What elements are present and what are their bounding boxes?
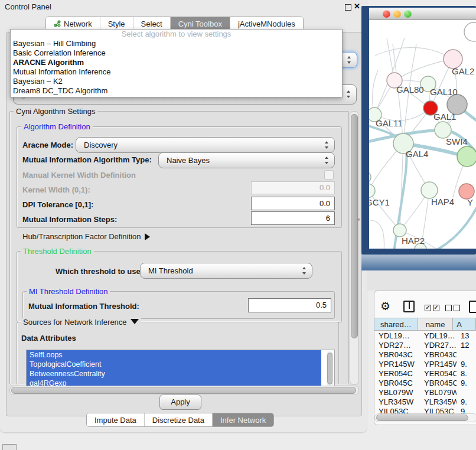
- table-row[interactable]: YER054CYER054C8.: [374, 369, 476, 379]
- settings-vertical-scrollbar[interactable]: [350, 111, 359, 385]
- table-cell: YPR145W: [420, 360, 457, 369]
- algorithm-dropdown-item[interactable]: Bayesian – Hill Climbing: [11, 39, 342, 48]
- network-node-gal1[interactable]: [435, 122, 451, 138]
- minimized-panel-chip[interactable]: [2, 444, 17, 450]
- column-header-name[interactable]: name: [418, 318, 453, 331]
- algorithm-dropdown-list: Select algorithm to view settings Bayesi…: [10, 29, 343, 97]
- data-attributes-label: Data Attributes: [21, 334, 76, 343]
- expand-right-icon: [145, 233, 150, 240]
- algorithm-dropdown-placeholder: Select algorithm to view settings: [11, 30, 342, 39]
- which-threshold-combo[interactable]: MI Threshold: [140, 263, 312, 279]
- tab-network[interactable]: Network: [46, 17, 100, 30]
- algorithm-dropdown-item[interactable]: ARACNE Algorithm: [11, 58, 342, 67]
- mi-threshold-field[interactable]: 0.5: [248, 298, 331, 312]
- kernel-width-field[interactable]: 0.0: [251, 181, 335, 194]
- network-node[interactable]: [464, 22, 476, 41]
- table-cell: YBL079W: [374, 388, 420, 397]
- data-attribute-item[interactable]: SelfLoops: [27, 350, 321, 360]
- table-row[interactable]: YBR045CYBR045C9.: [374, 379, 476, 388]
- control-panel-window: Control Panel ✕ Network Style Select Cyn…: [0, 0, 367, 432]
- data-attributes-list[interactable]: SelfLoopsTopologicalCoefficientBetweenne…: [26, 350, 335, 390]
- network-node-swi4[interactable]: [457, 146, 476, 167]
- tab-jactivemnodules[interactable]: jActiveMNodules: [230, 17, 303, 30]
- control-panel-title: Control Panel: [5, 2, 51, 11]
- network-node-label: HAP2: [402, 236, 425, 246]
- data-attribute-item[interactable]: TopologicalCoefficient: [27, 360, 321, 369]
- network-canvas[interactable]: GAL2GAL80GAL10GAL1GAL11SWI4GAL4GCY1HAP4Y…: [369, 20, 476, 249]
- deselect-all-columns-icon[interactable]: [445, 302, 462, 313]
- mi-steps-field[interactable]: 6: [251, 211, 335, 225]
- table-cell: YPR145W: [374, 360, 420, 369]
- aracne-mode-combo[interactable]: Discovery: [76, 137, 335, 153]
- hub-definition-label: Hub/Transcription Factor Definition: [22, 232, 141, 241]
- table-row[interactable]: YIL053CYIL053C9.: [374, 407, 476, 413]
- tab-cyni-toolbox-label: Cyni Toolbox: [178, 19, 222, 28]
- table-cell: YDL19…: [420, 331, 457, 341]
- close-icon[interactable]: ✕: [354, 2, 360, 11]
- tab-style[interactable]: Style: [100, 17, 133, 30]
- network-node-label: GAL1: [433, 112, 456, 122]
- sources-group-toggle[interactable]: Sources for Network Inference: [21, 318, 141, 327]
- minimize-traffic-light-icon[interactable]: [393, 10, 401, 18]
- network-node-hap2[interactable]: [393, 224, 406, 237]
- float-window-icon[interactable]: [345, 4, 351, 11]
- table-row[interactable]: YDR27…YDR27…12: [374, 341, 476, 350]
- new-table-page-icon[interactable]: [469, 301, 476, 313]
- tab-discretize-data[interactable]: Discretize Data: [145, 413, 213, 426]
- threshold-definition-title: Threshold Definition: [21, 247, 94, 256]
- tab-infer-network[interactable]: Infer Network: [213, 413, 273, 426]
- maximize-traffic-light-icon[interactable]: [404, 10, 412, 18]
- apply-button[interactable]: Apply: [159, 394, 201, 410]
- algorithm-dropdown-items: Bayesian – Hill ClimbingBasic Correlatio…: [11, 39, 342, 96]
- algorithm-definition-title: Algorithm Definition: [21, 122, 93, 131]
- tab-impute-data[interactable]: Impute Data: [87, 413, 145, 426]
- table-cell: YBR045C: [420, 379, 457, 388]
- algorithm-dropdown-item[interactable]: Bayesian – K2: [11, 77, 342, 86]
- mi-type-value: Naive Bayes: [159, 153, 334, 168]
- combo-arrows-icon: [347, 90, 351, 99]
- combo-arrows-icon: [302, 266, 307, 275]
- algorithm-dropdown-item[interactable]: Mutual Information Inference: [11, 67, 342, 77]
- table-cell: 9.: [457, 360, 476, 369]
- network-graph: GAL2GAL80GAL10GAL1GAL11SWI4GAL4GCY1HAP4Y…: [369, 20, 476, 249]
- algorithm-dropdown-item[interactable]: Basic Correlation Inference: [11, 48, 342, 58]
- table-cell: [457, 350, 476, 360]
- manual-kernel-checkbox[interactable]: [324, 170, 334, 180]
- network-node-label: GAL11: [376, 118, 403, 128]
- table-row[interactable]: YDL19…YDL19…13: [374, 331, 476, 341]
- table-cell: YIL053C: [420, 407, 457, 413]
- network-node-label: HAP4: [431, 197, 454, 207]
- combo-arrows-icon: [325, 141, 329, 149]
- table-cell: YLR345W: [374, 397, 420, 407]
- control-panel-titlebar: Control Panel ✕: [0, 0, 367, 14]
- table-row[interactable]: YLR345WYLR345W9.: [374, 397, 476, 407]
- select-all-columns-icon[interactable]: ✓✓: [425, 302, 441, 313]
- tab-select[interactable]: Select: [133, 17, 171, 30]
- list-scrollbar[interactable]: [327, 351, 333, 387]
- network-node-gcy1[interactable]: [369, 184, 375, 198]
- table-horizontal-scrollbar[interactable]: [374, 413, 476, 422]
- data-attribute-item[interactable]: BetweennessCentrality: [27, 369, 321, 379]
- algorithm-dropdown-item[interactable]: Dream8 DC_TDC Algorithm: [11, 86, 342, 96]
- tab-infer-network-label: Infer Network: [220, 416, 266, 425]
- hub-definition-toggle[interactable]: Hub/Transcription Factor Definition: [22, 232, 150, 241]
- close-traffic-light-icon[interactable]: [383, 10, 390, 18]
- network-node-hap4[interactable]: [421, 182, 438, 198]
- table-cell: YER054C: [420, 369, 457, 379]
- split-columns-icon[interactable]: [403, 301, 415, 312]
- column-header-shared-name[interactable]: shared…: [374, 318, 418, 331]
- table-settings-gear-icon[interactable]: ⚙: [380, 301, 390, 312]
- column-header-clipped[interactable]: A: [453, 318, 476, 331]
- table-row[interactable]: YBL079WYBL079W: [374, 388, 476, 397]
- panel-collapse-handle[interactable]: ◂: [357, 216, 360, 222]
- dpi-tolerance-field[interactable]: 0.0: [251, 197, 335, 210]
- table-row[interactable]: YBR043CYBR043C: [374, 350, 476, 360]
- network-node[interactable]: [369, 171, 371, 183]
- dpi-tolerance-label: DPI Tolerance [0,1]:: [22, 200, 93, 209]
- mi-type-combo[interactable]: Naive Bayes: [158, 152, 335, 168]
- table-row[interactable]: YPR145WYPR145W9.: [374, 360, 476, 369]
- network-node-label: GAL2: [452, 66, 474, 76]
- settings-horizontal-scrollbar[interactable]: [9, 386, 359, 395]
- network-node-label: Y: [467, 197, 473, 207]
- tab-cyni-toolbox[interactable]: Cyni Toolbox: [171, 17, 230, 30]
